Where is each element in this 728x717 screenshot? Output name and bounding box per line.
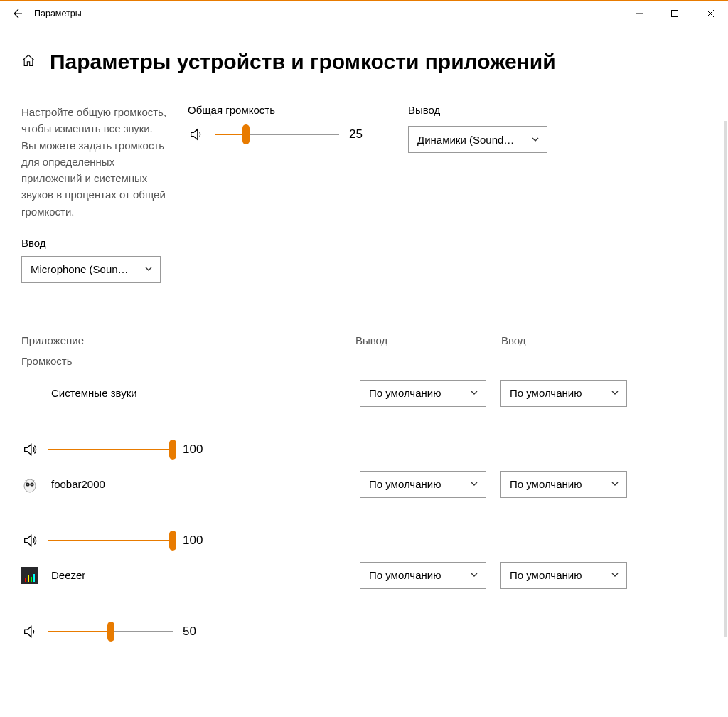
chevron-down-icon [611, 569, 619, 581]
app-name: Системные звуки [51, 387, 137, 399]
output-device-select[interactable]: Динамики (Sound… [408, 126, 547, 153]
svg-point-8 [31, 484, 33, 485]
select-value: По умолчанию [510, 569, 582, 581]
chevron-down-icon [531, 134, 540, 146]
input-device-select[interactable]: Microphone (Soun… [21, 256, 161, 283]
input-label: Ввод [21, 237, 168, 249]
app-volume-slider[interactable] [48, 441, 173, 458]
app-volume-slider[interactable] [48, 623, 173, 640]
close-icon [706, 9, 714, 18]
app-output-select[interactable]: По умолчанию [360, 380, 486, 407]
page-title: Параметры устройств и громкости приложен… [50, 50, 556, 74]
apps-header-app: Приложение [21, 334, 355, 346]
app-input-select[interactable]: По умолчанию [500, 562, 627, 589]
output-device-value: Динамики (Sound… [417, 134, 514, 146]
page-description: Настройте общую громкость, чтобы изменит… [21, 104, 168, 220]
maximize-button[interactable] [657, 1, 692, 26]
chevron-down-icon [470, 387, 478, 399]
speaker-icon[interactable] [21, 623, 38, 640]
speaker-icon[interactable] [21, 532, 38, 549]
minimize-button[interactable] [621, 1, 657, 26]
app-volume-value: 50 [183, 625, 207, 639]
app-output-select[interactable]: По умолчанию [360, 562, 486, 589]
app-input-select[interactable]: По умолчанию [500, 471, 627, 498]
chevron-down-icon [611, 478, 619, 490]
chevron-down-icon [611, 387, 619, 399]
app-icon-foobar [21, 476, 38, 493]
speaker-icon[interactable] [21, 441, 38, 458]
select-value: По умолчанию [369, 478, 441, 490]
app-name: foobar2000 [51, 478, 105, 490]
window-title: Параметры [34, 9, 82, 18]
titlebar: Параметры [0, 0, 728, 26]
svg-rect-1 [672, 11, 678, 17]
minimize-icon [635, 9, 643, 18]
app-name: Deezer [51, 569, 85, 581]
select-value: По умолчанию [369, 569, 441, 581]
output-label: Вывод [408, 104, 547, 116]
chevron-down-icon [144, 263, 153, 275]
apps-header-volume: Громкость [21, 355, 707, 367]
speaker-icon[interactable] [188, 126, 205, 143]
back-button[interactable] [0, 1, 34, 26]
apps-header: Приложение Вывод Ввод [21, 334, 707, 346]
close-button[interactable] [692, 1, 728, 26]
master-volume-slider[interactable] [215, 126, 339, 143]
maximize-icon [670, 9, 679, 18]
app-icon-deezer [21, 567, 38, 584]
master-volume-label: Общая громкость [188, 104, 388, 116]
chevron-down-icon [470, 478, 478, 490]
select-value: По умолчанию [510, 478, 582, 490]
svg-point-7 [27, 484, 28, 485]
master-volume-value: 25 [349, 127, 373, 142]
chevron-down-icon [470, 569, 478, 581]
app-output-select[interactable]: По умолчанию [360, 471, 486, 498]
select-value: По умолчанию [369, 387, 441, 399]
app-volume-slider[interactable] [48, 532, 173, 549]
app-input-select[interactable]: По умолчанию [500, 380, 627, 407]
home-icon[interactable] [21, 53, 36, 71]
apps-header-input: Ввод [501, 334, 526, 346]
scrollbar[interactable] [724, 121, 727, 637]
app-volume-value: 100 [183, 442, 207, 457]
arrow-left-icon [11, 8, 23, 19]
app-icon-system [21, 385, 38, 402]
select-value: По умолчанию [510, 387, 582, 399]
apps-header-output: Вывод [355, 334, 501, 346]
input-device-value: Microphone (Soun… [31, 263, 129, 275]
app-volume-value: 100 [183, 533, 207, 548]
